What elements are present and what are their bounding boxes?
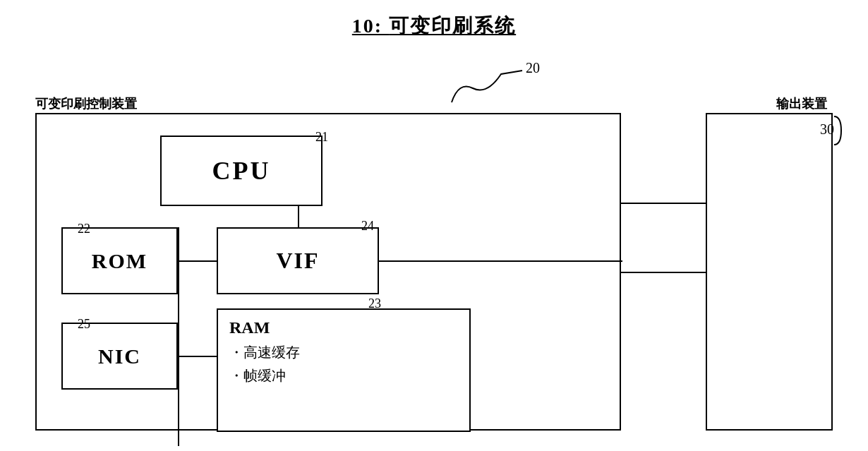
line-vif-right (379, 260, 622, 262)
ref-30-svg: 30 (820, 113, 848, 148)
title-prefix: 10: (352, 15, 389, 37)
line-nic-bus (178, 356, 217, 357)
ref-21: 21 (315, 130, 328, 145)
nic-label: NIC (98, 344, 141, 368)
nic-box: NIC (61, 323, 178, 390)
ref-30: 30 (820, 113, 848, 152)
line-main-to-output-bottom (621, 272, 706, 273)
title-text: 可变印刷系统 (389, 15, 516, 37)
vif-label: VIF (276, 248, 319, 274)
ram-box: RAM ・高速缓存 ・帧缓冲 (217, 308, 471, 432)
vif-box: VIF (217, 227, 379, 294)
line-rom-bus (178, 260, 217, 262)
ram-title: RAM (229, 318, 458, 337)
main-control-box: CPU 21 ROM 22 VIF 24 23 RAM ・高速缓存 ・帧缓冲 N… (35, 113, 621, 431)
ref-20-arrow-svg: 20 (409, 60, 543, 109)
ref-24: 24 (361, 219, 374, 234)
ref-25: 25 (78, 317, 90, 332)
right-device-label: 输出装置 (776, 95, 827, 112)
ref-20-label: 20 (526, 60, 540, 76)
ram-item-frame: ・帧缓冲 (229, 366, 458, 385)
line-cpu-vif (298, 206, 299, 227)
rom-box: ROM (61, 227, 178, 294)
line-main-to-output-top (621, 203, 706, 204)
rom-label: ROM (92, 249, 147, 273)
ref-22: 22 (78, 222, 90, 236)
diagram-area: 可变印刷控制装置 输出装置 20 CPU 21 ROM 22 VIF 24 23 (14, 56, 854, 437)
left-device-label: 可变印刷控制装置 (35, 95, 137, 112)
ram-item-cache: ・高速缓存 (229, 343, 458, 362)
page-title: 10: 可变印刷系统 (0, 0, 868, 40)
output-box (706, 113, 833, 431)
cpu-label: CPU (212, 156, 271, 186)
cpu-box: CPU (160, 136, 323, 206)
svg-text:30: 30 (820, 121, 834, 137)
